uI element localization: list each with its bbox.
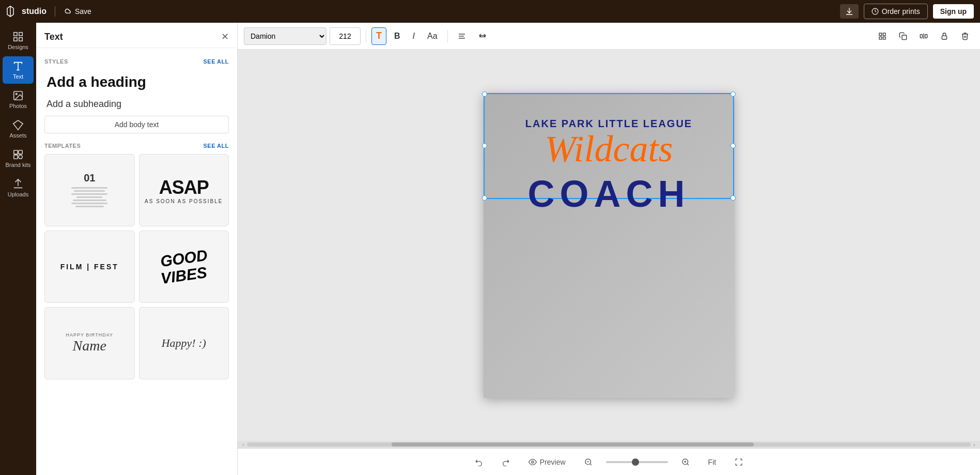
scroll-left-arrow[interactable]: ‹ [240, 442, 247, 448]
zoom-out-button[interactable] [579, 455, 598, 469]
align-button[interactable] [453, 27, 471, 45]
zoom-out-icon [584, 458, 593, 466]
canvas-wrapper[interactable]: LAKE PARK LITTLE LEAGUE Wildcats COACH [238, 50, 980, 441]
panel-header: Text ✕ [36, 23, 237, 48]
templates-section-title: TEMPLATES [44, 143, 81, 149]
sidebar-item-photos[interactable]: Photos [3, 86, 34, 113]
add-body-item[interactable]: Add body text [44, 116, 229, 133]
templates-grid: 01 ASAP [44, 154, 229, 379]
horizontal-scrollbar[interactable]: ‹ › [238, 441, 980, 448]
text-color-button[interactable]: T [371, 27, 386, 45]
template-numbered: 01 [67, 168, 112, 213]
bold-button[interactable]: B [390, 27, 405, 45]
sidebar-item-brand[interactable]: Brand kits [3, 145, 34, 172]
template-card-4[interactable]: GOOD VIBES [139, 231, 229, 303]
svg-point-6 [15, 93, 17, 95]
template-card-3[interactable]: FILM | FEST [44, 231, 135, 303]
download-icon [845, 7, 853, 16]
fit-label: Fit [708, 458, 717, 466]
delete-button[interactable] [956, 27, 974, 45]
font-selector[interactable]: Damion [244, 27, 326, 45]
upload-icon [12, 178, 24, 190]
order-prints-button[interactable]: Order prints [864, 4, 928, 19]
download-button[interactable] [840, 4, 859, 19]
svg-rect-15 [883, 33, 885, 36]
sidebar-item-designs-label: Designs [8, 44, 28, 50]
templates-section-header: TEMPLATES SEE ALL [44, 143, 229, 149]
undo-icon [475, 458, 483, 466]
template-card-5[interactable]: HAPPY BIRTHDAY Name [44, 307, 135, 379]
svg-rect-3 [14, 38, 17, 41]
grid-view-button[interactable] [874, 27, 891, 45]
font-size-input[interactable] [330, 27, 361, 45]
svg-rect-2 [19, 33, 22, 36]
preview-button[interactable]: Preview [523, 455, 571, 469]
lock-button[interactable] [936, 27, 953, 45]
zoom-in-icon [681, 458, 690, 466]
logo-icon [6, 5, 19, 18]
nav-divider [55, 6, 55, 17]
templates-see-all-button[interactable]: SEE ALL [203, 143, 229, 149]
text-icon [12, 60, 24, 72]
zoom-in-button[interactable] [676, 455, 695, 469]
icon-sidebar: Designs Text Photos Assets [0, 23, 36, 475]
template-card-6[interactable]: Happy! :) [139, 307, 229, 379]
spacing-button[interactable] [474, 27, 491, 45]
undo-button[interactable] [470, 455, 488, 469]
svg-rect-8 [19, 150, 22, 154]
diamond-icon [12, 119, 24, 131]
svg-point-10 [19, 155, 22, 159]
navbar-right: Order prints Sign up [840, 4, 974, 19]
sidebar-item-uploads-label: Uploads [8, 191, 28, 197]
styles-section-title: STYLES [44, 58, 68, 65]
align-icon [458, 32, 466, 40]
svg-rect-20 [925, 34, 927, 38]
add-heading-item[interactable]: Add a heading [44, 70, 229, 95]
scrollbar-track[interactable] [247, 442, 971, 447]
app-logo: studio [6, 5, 46, 18]
template-card-1[interactable]: 01 [44, 154, 135, 226]
scrollbar-thumb[interactable] [392, 442, 754, 447]
template-film: FILM | FEST [60, 263, 119, 271]
template-birthday: HAPPY BIRTHDAY Name [66, 332, 113, 354]
align-objects-button[interactable] [915, 27, 932, 45]
redo-button[interactable] [496, 455, 515, 469]
coach-text[interactable]: COACH [528, 173, 690, 215]
fullscreen-button[interactable] [729, 455, 748, 469]
styles-section-header: STYLES SEE ALL [44, 58, 229, 65]
italic-button[interactable]: I [408, 27, 419, 45]
wildcats-text[interactable]: Wildcats [545, 130, 673, 169]
svg-rect-19 [920, 34, 922, 38]
signup-button[interactable]: Sign up [933, 4, 974, 19]
fullscreen-icon [735, 458, 743, 466]
preview-label: Preview [540, 458, 566, 466]
sidebar-item-designs[interactable]: Designs [3, 27, 34, 54]
template-happy: Happy! :) [162, 336, 206, 350]
template-goodvibes: GOOD VIBES [160, 250, 208, 284]
save-button[interactable]: Save [64, 7, 91, 16]
styles-see-all-button[interactable]: SEE ALL [203, 58, 229, 65]
svg-point-23 [532, 461, 534, 463]
preview-icon [528, 458, 537, 466]
fit-button[interactable]: Fit [703, 455, 722, 469]
zoom-slider[interactable] [606, 461, 668, 463]
template-card-2[interactable]: ASAP AS SOON AS POSSIBLE [139, 154, 229, 226]
copy-icon [899, 32, 907, 40]
add-subheading-item[interactable]: Add a subheading [44, 95, 229, 114]
template-asap: ASAP AS SOON AS POSSIBLE [145, 177, 223, 204]
panel-close-button[interactable]: ✕ [221, 31, 229, 42]
copy-button[interactable] [894, 27, 912, 45]
svg-rect-18 [902, 35, 907, 40]
formatting-toolbar: Damion T B I Aa [238, 23, 980, 50]
svg-rect-17 [883, 37, 885, 39]
clock-icon [872, 8, 879, 15]
scroll-right-arrow[interactable]: › [971, 442, 978, 448]
sidebar-item-assets[interactable]: Assets [3, 115, 34, 143]
bottom-toolbar: Preview Fit [238, 448, 980, 475]
sidebar-item-text[interactable]: Text [3, 56, 34, 84]
spacing-icon [478, 32, 487, 40]
sidebar-item-uploads[interactable]: Uploads [3, 174, 34, 202]
svg-rect-1 [14, 33, 17, 36]
design-canvas[interactable]: LAKE PARK LITTLE LEAGUE Wildcats COACH [484, 93, 734, 398]
case-button[interactable]: Aa [423, 27, 442, 45]
